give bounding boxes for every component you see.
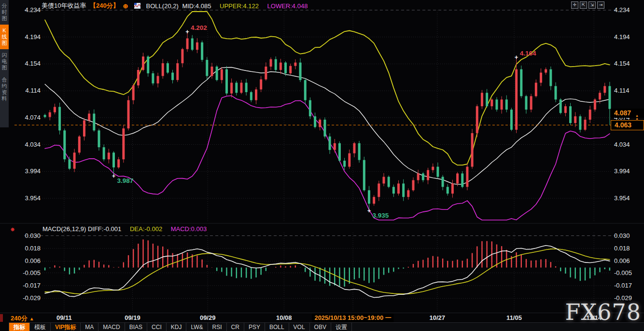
price-tick-left: 4.234 bbox=[14, 6, 41, 14]
axis-zoom-out-icon[interactable]: ⇲ bbox=[588, 1, 596, 9]
macd-tick-left: -0.017 bbox=[14, 282, 41, 290]
low-annotation: 3.935 bbox=[372, 212, 389, 219]
toolbar-item-CR[interactable]: CR bbox=[227, 323, 244, 331]
candle-up bbox=[142, 56, 144, 70]
toolbar-item-设置[interactable]: 设置 bbox=[331, 323, 352, 331]
toolbar-item-OBV[interactable]: OBV bbox=[310, 323, 331, 331]
toolbar-item-RSI[interactable]: RSI bbox=[208, 323, 227, 331]
candle-down bbox=[436, 167, 439, 177]
candle-up bbox=[353, 143, 355, 153]
candle-down bbox=[68, 159, 70, 169]
candle-up bbox=[471, 133, 474, 167]
candle-down bbox=[486, 93, 488, 106]
period-selector[interactable]: 240分▲ bbox=[11, 314, 34, 323]
price-line-box: 4.063 bbox=[611, 120, 644, 130]
candle-down bbox=[152, 73, 154, 83]
indicator-settings-icon[interactable]: ✸ bbox=[10, 226, 15, 233]
toolbar-item-KDJ[interactable]: KDJ bbox=[167, 323, 187, 331]
candle-down bbox=[216, 67, 218, 80]
toolbar-item-BOLL[interactable]: BOLL bbox=[265, 323, 289, 331]
candle-down bbox=[520, 69, 522, 97]
price-up-arrows: ▲▲ bbox=[635, 114, 639, 120]
price-tick-left: 3.994 bbox=[14, 167, 41, 175]
macd-tick-right: 0.030 bbox=[614, 232, 642, 240]
candle-down bbox=[147, 56, 149, 73]
candle-down bbox=[225, 69, 228, 94]
price-tick-right: 4.194 bbox=[614, 33, 642, 41]
toolbar-item-LW&[interactable]: LW& bbox=[186, 323, 208, 331]
high-annotation: 4.164 bbox=[520, 50, 536, 57]
candle-up bbox=[196, 42, 198, 50]
price-tick-right: 4.154 bbox=[614, 60, 642, 68]
candle-down bbox=[103, 147, 105, 159]
macd-tick-left: -0.029 bbox=[14, 294, 41, 302]
candle-up bbox=[348, 153, 350, 167]
candle-down bbox=[235, 83, 238, 93]
sidebar-tab-item[interactable]: 分时图 bbox=[0, 0, 9, 25]
sidebar-tab-active[interactable]: K线图 bbox=[0, 25, 9, 49]
toolbar-item-CCI[interactable]: CCI bbox=[147, 323, 167, 331]
candle-down bbox=[358, 143, 361, 160]
macd-tick-right: -0.017 bbox=[614, 282, 642, 290]
macd-tick-left: 0.018 bbox=[14, 245, 41, 252]
candle-up bbox=[127, 100, 130, 129]
candle-up bbox=[117, 159, 120, 167]
candle-up bbox=[589, 110, 591, 120]
sidebar: 分时图K线图闪电图合约资料 bbox=[0, 0, 9, 127]
candle-down bbox=[284, 63, 287, 73]
candle-down bbox=[495, 99, 498, 110]
candle-down bbox=[442, 177, 444, 187]
candle-up bbox=[466, 167, 468, 187]
boll-mid-value: MID:4.085 bbox=[182, 2, 211, 10]
extreme-cross-marker: + bbox=[367, 207, 371, 214]
candle-down bbox=[250, 92, 252, 100]
candle-down bbox=[93, 114, 95, 131]
toolbar-item-指标[interactable]: 指标 bbox=[9, 323, 30, 331]
toolbar-item-MA[interactable]: MA bbox=[81, 323, 98, 331]
crosshair-add-icon[interactable]: ⊕ bbox=[123, 2, 128, 10]
candle-up bbox=[260, 79, 262, 89]
chart-tool-icons: ✛⇱⇲⇥ bbox=[571, 1, 604, 9]
price-tick-right: 4.114 bbox=[614, 87, 642, 95]
candle-down bbox=[569, 106, 572, 123]
candle-down bbox=[560, 99, 562, 113]
candle-up bbox=[515, 69, 518, 130]
axis-zoom-in-icon[interactable]: ⇱ bbox=[580, 1, 587, 9]
extreme-cross-marker: + bbox=[112, 172, 116, 179]
candle-up bbox=[574, 116, 576, 123]
date-label: 11/05 bbox=[506, 314, 522, 321]
sidebar-tab-item[interactable]: 闪电图 bbox=[0, 49, 9, 74]
toolbar-item-PSY[interactable]: PSY bbox=[244, 323, 265, 331]
candle-down bbox=[402, 183, 405, 197]
candle-down bbox=[510, 110, 513, 130]
chart-canvas[interactable]: +4.202+3.987+3.935+4.164 bbox=[0, 0, 644, 331]
candle-down bbox=[299, 63, 302, 80]
candle-up bbox=[427, 170, 429, 180]
macd-tick-left: 0.006 bbox=[14, 257, 41, 265]
candle-down bbox=[368, 190, 370, 204]
toolbar-item-MACD[interactable]: MACD bbox=[98, 323, 125, 331]
sidebar-tab-item[interactable]: 合约资料 bbox=[0, 74, 9, 105]
pan-icon[interactable]: ✛ bbox=[571, 1, 578, 9]
candle-down bbox=[275, 59, 277, 70]
toolbar-item-VOL[interactable]: VOL bbox=[289, 323, 310, 331]
boll-lower-line bbox=[45, 96, 610, 220]
axis-edge-marker bbox=[0, 314, 3, 322]
candle-down bbox=[171, 73, 174, 80]
toolbar-item-模板[interactable]: 模板 bbox=[30, 323, 51, 331]
period-selector-label: 240分 bbox=[11, 315, 28, 322]
candle-up bbox=[476, 106, 478, 133]
last-price-box: 4.087 bbox=[611, 109, 644, 118]
date-label: 09/29 bbox=[200, 314, 216, 321]
candle-down bbox=[422, 173, 424, 180]
candle-up bbox=[280, 63, 282, 70]
candle-down bbox=[388, 177, 390, 187]
candle-up bbox=[501, 99, 503, 110]
candle-up bbox=[270, 59, 272, 67]
toolbar-item-BIAS[interactable]: BIAS bbox=[125, 323, 147, 331]
goto-latest-icon[interactable]: ⇥ bbox=[597, 1, 604, 9]
candle-up bbox=[186, 39, 189, 49]
candle-up bbox=[132, 85, 135, 100]
chart-thumbnail-icon[interactable] bbox=[134, 3, 140, 9]
toolbar-item-VIP指标[interactable]: VIP指标 bbox=[51, 323, 81, 331]
